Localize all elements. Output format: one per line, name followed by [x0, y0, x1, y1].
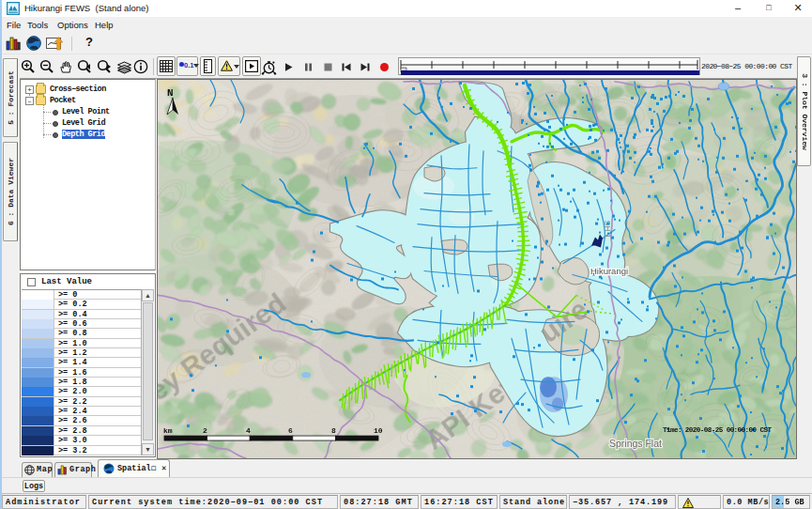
svg-text:6: 6	[288, 426, 293, 435]
svg-text:4: 4	[246, 426, 251, 435]
svg-text:10: 10	[374, 426, 383, 435]
svg-text:8: 8	[331, 426, 336, 435]
svg-text:SH 1: SH 1	[603, 221, 612, 239]
svg-text:2: 2	[203, 426, 207, 435]
svg-text:Time: 2020-08-25 00:00:00 CST: Time: 2020-08-25 00:00:00 CST	[663, 426, 772, 434]
svg-text:Springs Flat: Springs Flat	[609, 439, 662, 449]
svg-text:Hikurangi: Hikurangi	[590, 266, 628, 276]
svg-text:km: km	[163, 426, 173, 435]
svg-text:N: N	[167, 87, 174, 99]
